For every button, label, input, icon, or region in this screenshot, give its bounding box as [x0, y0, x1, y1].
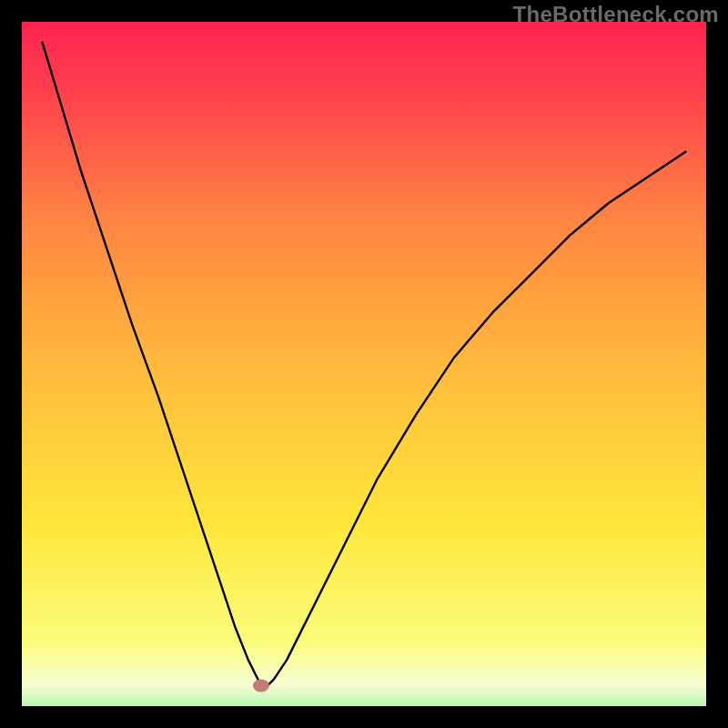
watermark-text: TheBottleneck.com — [513, 2, 719, 27]
optimum-marker — [253, 679, 269, 692]
plot-background — [0, 0, 728, 728]
bottleneck-chart — [0, 0, 728, 728]
